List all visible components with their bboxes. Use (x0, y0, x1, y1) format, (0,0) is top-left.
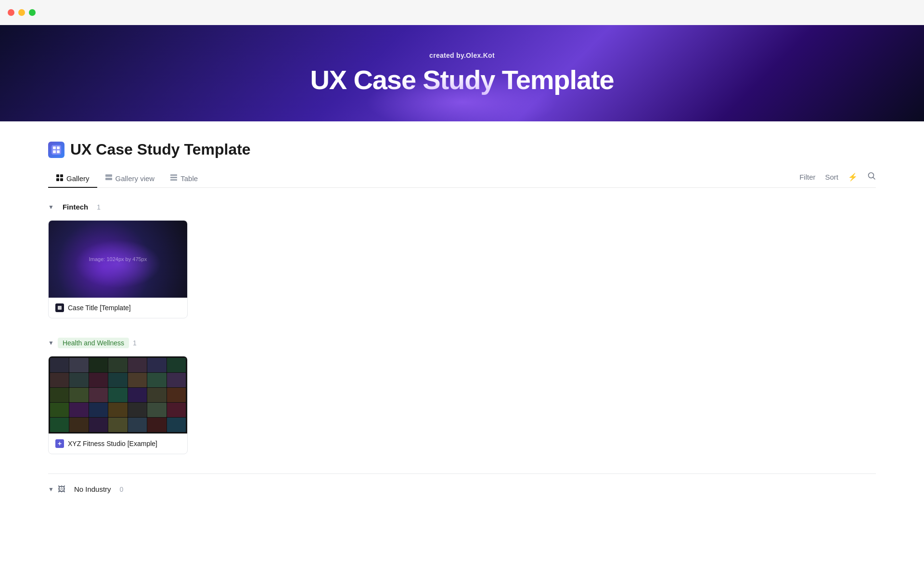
page-title: UX Case Study Template (70, 141, 251, 158)
card-xyz-fitness-title: XYZ Fitness Studio [Example] (68, 440, 157, 447)
card-case-template-title: Case Title [Template] (68, 304, 131, 312)
tab-gallery-view-label: Gallery view (116, 174, 155, 183)
card-xyz-fitness-image (49, 356, 187, 434)
card-xyz-fitness-icon (55, 439, 64, 448)
no-industry-label: No Industry (69, 484, 116, 495)
svg-rect-13 (170, 179, 177, 181)
tab-gallery[interactable]: Gallery (48, 170, 97, 188)
health-chevron-icon: ▼ (48, 340, 54, 346)
fintech-cards-grid: Image: 1024px by 475px Case Title [Templ… (48, 220, 876, 318)
svg-rect-2 (57, 146, 60, 149)
group-health-header[interactable]: ▼ Health and Wellness 1 (48, 338, 876, 348)
bolt-icon[interactable]: ⚡ (848, 172, 858, 182)
titlebar (0, 0, 924, 25)
svg-rect-17 (58, 306, 62, 310)
svg-rect-1 (53, 146, 56, 149)
hero-title: UX Case Study Template (310, 64, 614, 95)
sort-button[interactable]: Sort (825, 173, 838, 181)
svg-point-14 (869, 173, 874, 178)
tab-table-label: Table (180, 174, 198, 183)
filter-button[interactable]: Filter (799, 173, 815, 181)
card-xyz-fitness[interactable]: XYZ Fitness Studio [Example] (48, 356, 188, 454)
card-case-template-footer: Case Title [Template] (49, 298, 187, 318)
hero-banner: created by.Olex.Kot UX Case Study Templa… (0, 25, 924, 121)
svg-rect-10 (105, 178, 112, 180)
search-button[interactable] (867, 171, 876, 182)
main-content: UX Case Study Template Gallery (0, 121, 924, 533)
page-title-row: UX Case Study Template (48, 141, 876, 158)
svg-rect-0 (51, 145, 61, 155)
group-fintech-header[interactable]: ▼ Fintech 1 (48, 201, 876, 212)
tab-table[interactable]: Table (162, 170, 205, 188)
no-industry-chevron-icon: ▼ (48, 486, 54, 493)
group-no-industry-header[interactable]: ▼ 🖼 No Industry 0 (48, 484, 876, 495)
card-case-template-image-text: Image: 1024px by 475px (89, 256, 147, 262)
svg-rect-12 (170, 177, 177, 178)
svg-rect-5 (56, 174, 59, 177)
svg-line-15 (873, 178, 875, 180)
group-no-industry: ▼ 🖼 No Industry 0 (48, 484, 876, 495)
health-cards-grid: XYZ Fitness Studio [Example] (48, 356, 876, 454)
no-industry-count: 0 (120, 486, 124, 493)
svg-rect-9 (105, 174, 112, 177)
tabs-left: Gallery Gallery view (48, 170, 205, 187)
svg-rect-7 (56, 178, 59, 181)
minimize-button[interactable] (18, 9, 25, 16)
section-divider (48, 473, 876, 474)
fintech-label: Fintech (58, 201, 93, 212)
hero-created-by: created by.Olex.Kot (429, 52, 495, 59)
health-label: Health and Wellness (58, 338, 129, 348)
tab-gallery-view[interactable]: Gallery view (97, 170, 163, 188)
card-case-template[interactable]: Image: 1024px by 475px Case Title [Templ… (48, 220, 188, 318)
svg-rect-3 (53, 150, 56, 153)
card-case-template-icon (55, 303, 64, 312)
tabs-row: Gallery Gallery view (48, 170, 876, 188)
group-health-wellness: ▼ Health and Wellness 1 (48, 338, 876, 454)
fintech-count: 1 (97, 203, 101, 211)
svg-rect-4 (57, 150, 60, 153)
gallery-icon (56, 174, 64, 183)
fintech-chevron-icon: ▼ (48, 204, 54, 210)
close-button[interactable] (8, 9, 14, 16)
svg-rect-8 (60, 178, 63, 181)
table-icon (170, 174, 178, 183)
health-count: 1 (133, 339, 137, 347)
tabs-right: Filter Sort ⚡ (799, 171, 876, 186)
gallery-view-icon (105, 174, 113, 183)
svg-rect-6 (60, 174, 63, 177)
group-fintech: ▼ Fintech 1 Image: 1024px by 475px (48, 201, 876, 318)
card-case-template-image: Image: 1024px by 475px (49, 221, 187, 298)
maximize-button[interactable] (29, 9, 36, 16)
card-xyz-fitness-footer: XYZ Fitness Studio [Example] (49, 434, 187, 454)
page-icon (48, 142, 64, 158)
svg-rect-11 (170, 174, 177, 176)
no-industry-icon: 🖼 (58, 485, 65, 494)
tab-gallery-label: Gallery (66, 174, 90, 183)
